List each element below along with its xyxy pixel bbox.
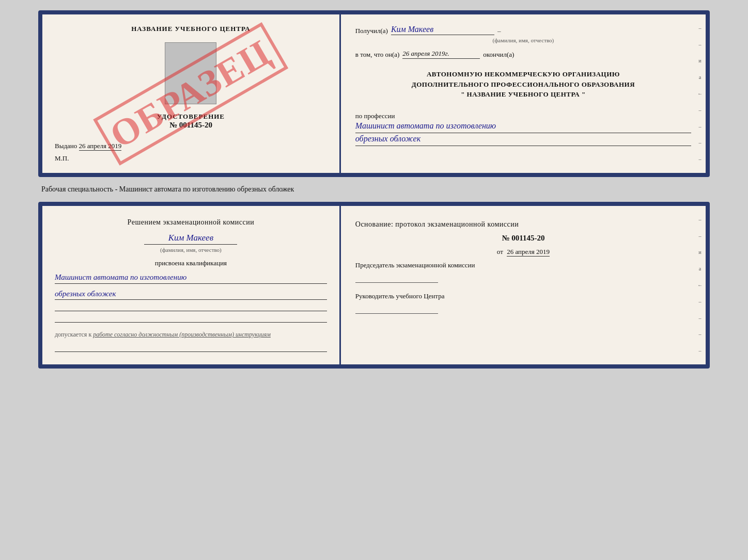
chairman-label: Председатель экзаменационной комиссии bbox=[355, 261, 691, 269]
date-prefix: от bbox=[497, 248, 503, 255]
допускается-value: работе согласно должностным (производств… bbox=[93, 331, 271, 338]
mp-label: М.П. bbox=[55, 154, 69, 163]
side-marks-top: ––иа←–––– bbox=[697, 14, 703, 173]
допускается-prefix: допускается к bbox=[55, 331, 91, 338]
допускается-block: допускается к работе согласно должностны… bbox=[55, 331, 327, 339]
completed-label: окончил(а) bbox=[483, 51, 514, 59]
date-field: 26 апреля 2019г. bbox=[402, 50, 480, 59]
cert-label: УДОСТОВЕРЕНИЕ bbox=[157, 113, 225, 121]
top-certificate: НАЗВАНИЕ УЧЕБНОГО ЦЕНТРА УДОСТОВЕРЕНИЕ №… bbox=[38, 10, 710, 177]
profession-label: по профессии bbox=[355, 112, 691, 120]
chairman-block: Председатель экзаменационной комиссии bbox=[355, 261, 691, 283]
name-handwritten: Ким Макеев bbox=[144, 233, 237, 245]
qual-line2: обрезных обложек bbox=[55, 288, 327, 300]
received-name: Ким Макеев bbox=[391, 25, 494, 35]
bottom-cert-left: Решением экзаменационной комиссии Ким Ма… bbox=[42, 206, 341, 364]
protocol-date-value: 26 апреля 2019 bbox=[507, 248, 550, 257]
photo-placeholder bbox=[165, 42, 216, 104]
director-label: Руководитель учебного Центра bbox=[355, 292, 691, 300]
profession-line1: Машинист автомата по изготовлению bbox=[355, 120, 691, 133]
org-line3: " НАЗВАНИЕ УЧЕБНОГО ЦЕНТРА " bbox=[355, 89, 691, 100]
cert-date-block: Выдано 26 апреля 2019 bbox=[55, 142, 327, 150]
director-block: Руководитель учебного Центра bbox=[355, 292, 691, 314]
date-prefix: в том, что он(а) bbox=[355, 51, 400, 59]
side-marks-bottom: ––иа←–––– bbox=[697, 206, 703, 364]
received-subtitle: (фамилия, имя, отчество) bbox=[355, 37, 691, 43]
caption-text: Рабочая специальность - Машинист автомат… bbox=[41, 185, 294, 194]
bottom-left-content: Решением экзаменационной комиссии Ким Ма… bbox=[55, 218, 327, 352]
org-line1: АВТОНОМНУЮ НЕКОММЕРЧЕСКУЮ ОРГАНИЗАЦИЮ bbox=[355, 69, 691, 79]
bottom-right-content: Основание: протокол экзаменационной коми… bbox=[355, 216, 691, 314]
chairman-signature-line bbox=[355, 275, 438, 283]
date-label: Выдано bbox=[55, 142, 77, 150]
fio-subtitle: (фамилия, имя, отчество) bbox=[55, 247, 327, 253]
cert-number-block: УДОСТОВЕРЕНИЕ № 001145-20 bbox=[157, 113, 225, 130]
blank-line-1 bbox=[55, 304, 327, 311]
profession-block: по профессии Машинист автомата по изгото… bbox=[355, 110, 691, 147]
director-signature-line bbox=[355, 306, 438, 314]
top-cert-left: НАЗВАНИЕ УЧЕБНОГО ЦЕНТРА УДОСТОВЕРЕНИЕ №… bbox=[42, 14, 341, 173]
dash1: – bbox=[497, 27, 501, 35]
cert-number: № 001145-20 bbox=[157, 121, 225, 130]
decision-label: Решением экзаменационной комиссии bbox=[55, 218, 327, 227]
org-block: АВТОНОМНУЮ НЕКОММЕРЧЕСКУЮ ОРГАНИЗАЦИЮ ДО… bbox=[355, 69, 691, 100]
protocol-date: от 26 апреля 2019 bbox=[355, 248, 691, 256]
profession-line2: обрезных обложек bbox=[355, 133, 691, 146]
blank-line-3 bbox=[55, 345, 327, 352]
date-row: в том, что он(а) 26 апреля 2019г. окончи… bbox=[355, 50, 691, 59]
bottom-certificate: Решением экзаменационной комиссии Ким Ма… bbox=[38, 202, 710, 369]
basis-label: Основание: протокол экзаменационной коми… bbox=[355, 220, 691, 229]
training-center-title: НАЗВАНИЕ УЧЕБНОГО ЦЕНТРА bbox=[131, 25, 251, 33]
bottom-cert-right: Основание: протокол экзаменационной коми… bbox=[341, 206, 706, 364]
received-row: Получил(а) Ким Макеев – bbox=[355, 25, 691, 35]
received-label: Получил(а) bbox=[355, 27, 388, 35]
top-cert-right: Получил(а) Ким Макеев – (фамилия, имя, о… bbox=[341, 14, 706, 173]
org-line2: ДОПОЛНИТЕЛЬНОГО ПРОФЕССИОНАЛЬНОГО ОБРАЗО… bbox=[355, 79, 691, 90]
assigned-label: присвоена квалификация bbox=[55, 259, 327, 267]
blank-line-2 bbox=[55, 315, 327, 323]
protocol-number: № 001145-20 bbox=[355, 234, 691, 243]
qual-line1: Машинист автомата по изготовлению bbox=[55, 271, 327, 284]
date-value: 26 апреля 2019 bbox=[79, 142, 122, 151]
